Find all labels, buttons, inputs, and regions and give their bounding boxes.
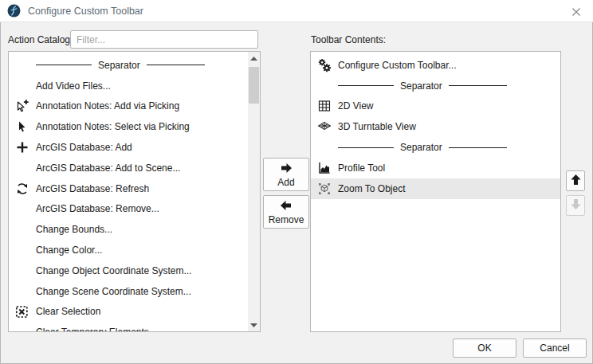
move-up-button[interactable]	[566, 170, 585, 191]
titlebar: Configure Custom Toolbar	[0, 0, 593, 22]
separator-line	[449, 85, 507, 86]
down-arrow-icon	[570, 198, 582, 213]
separator-item[interactable]: Separator	[311, 137, 560, 158]
configure-custom-toolbar-dialog: Configure Custom Toolbar Action Catalog:…	[0, 0, 593, 364]
action-label: Change Object Coordinate System...	[36, 265, 191, 276]
separator-item[interactable]: Separator	[9, 55, 248, 76]
separator-line	[449, 147, 507, 148]
remove-arrow-icon	[280, 200, 293, 213]
icon-spacer	[15, 222, 36, 237]
action-item[interactable]: 3D Turntable View	[311, 116, 560, 137]
action-label: Add Video Files...	[36, 80, 111, 92]
separator-line	[36, 65, 92, 65]
icon-spacer	[15, 161, 36, 175]
action-label: ArcGIS Database: Refresh	[36, 183, 149, 194]
action-item[interactable]: Change Scene Coordinate System...	[9, 281, 248, 302]
action-item[interactable]: Add Video Files...	[9, 76, 248, 96]
action-item[interactable]: Change Bounds...	[9, 219, 248, 240]
action-item[interactable]: 2D View	[311, 96, 560, 117]
cancel-button-label: Cancel	[540, 342, 569, 354]
ok-button-label: OK	[477, 342, 491, 354]
cursor-plus-icon	[15, 99, 36, 113]
icon-spacer	[15, 264, 36, 278]
up-arrow-icon	[570, 174, 582, 188]
action-catalog-label: Action Catalog:	[8, 34, 73, 45]
icon-spacer	[15, 284, 36, 299]
icon-spacer	[15, 79, 36, 93]
separator-label: Separator	[394, 80, 449, 92]
icon-spacer	[15, 202, 36, 216]
icon-spacer	[15, 325, 36, 332]
action-item[interactable]: Profile Tool	[311, 158, 560, 178]
action-item[interactable]: Annotation Notes: Select via Picking	[9, 116, 248, 137]
action-label: Change Scene Coordinate System...	[36, 286, 191, 297]
toolbar-contents-list: Configure Custom Toolbar...Separator2D V…	[310, 51, 561, 332]
action-catalog-list: SeparatorAdd Video Files...Annotation No…	[8, 51, 261, 332]
separator-label: Separator	[92, 60, 147, 71]
action-item[interactable]: Clear Temporary Elements	[9, 322, 248, 332]
turntable-3d-icon	[317, 119, 338, 134]
plus-icon	[15, 140, 36, 155]
filter-input[interactable]	[70, 30, 258, 49]
action-label: 2D View	[338, 100, 373, 112]
action-label: Annotation Notes: Add via Picking	[36, 100, 179, 112]
action-item[interactable]: Annotation Notes: Add via Picking	[9, 96, 248, 117]
add-button[interactable]: Add	[263, 158, 309, 191]
action-label: ArcGIS Database: Add to Scene...	[36, 162, 180, 174]
action-catalog-rows: SeparatorAdd Video Files...Annotation No…	[9, 55, 248, 332]
profile-icon	[317, 161, 338, 175]
action-label: Configure Custom Toolbar...	[338, 60, 457, 71]
separator-line	[338, 147, 394, 148]
action-label: Change Bounds...	[36, 224, 112, 235]
move-down-button[interactable]	[566, 195, 585, 216]
action-label: Zoom To Object	[338, 183, 405, 194]
toolbar-contents-label: Toolbar Contents:	[311, 34, 386, 45]
separator: Separator	[338, 80, 507, 92]
gears-icon	[317, 58, 338, 72]
window-title: Configure Custom Toolbar	[28, 6, 143, 17]
action-item[interactable]: Change Object Coordinate System...	[9, 260, 248, 281]
action-label: Annotation Notes: Select via Picking	[36, 121, 190, 132]
scrollbar-down-button[interactable]	[248, 319, 260, 331]
separator-label: Separator	[394, 142, 449, 153]
add-button-label: Add	[277, 177, 294, 188]
action-item[interactable]: ArcGIS Database: Add	[9, 137, 248, 158]
icon-spacer	[15, 243, 36, 257]
app-logo-icon	[7, 4, 21, 18]
zoom-object-icon	[317, 182, 338, 196]
action-label: Change Color...	[36, 245, 102, 256]
close-icon[interactable]	[571, 6, 581, 17]
action-label: 3D Turntable View	[338, 121, 416, 132]
action-item[interactable]: Configure Custom Toolbar...	[311, 55, 560, 76]
scrollbar-thumb[interactable]	[249, 67, 259, 104]
action-item[interactable]: ArcGIS Database: Add to Scene...	[9, 158, 248, 178]
cursor-icon	[15, 119, 36, 134]
remove-button[interactable]: Remove	[263, 195, 309, 229]
action-item[interactable]: Change Color...	[9, 240, 248, 260]
add-arrow-icon	[280, 162, 293, 176]
action-label: Profile Tool	[338, 162, 385, 174]
cancel-button[interactable]: Cancel	[523, 339, 587, 358]
separator-line	[338, 85, 394, 86]
separator-item[interactable]: Separator	[311, 76, 560, 96]
action-label: ArcGIS Database: Add	[36, 142, 132, 153]
separator: Separator	[338, 142, 507, 153]
action-label: ArcGIS Database: Remove...	[36, 203, 159, 214]
refresh-icon	[15, 182, 36, 196]
toolbar-contents-rows: Configure Custom Toolbar...Separator2D V…	[311, 55, 560, 199]
action-label: Clear Temporary Elements	[36, 327, 149, 332]
scrollbar[interactable]	[248, 52, 260, 331]
dashed-x-icon	[15, 304, 36, 319]
grid-2d-icon	[317, 99, 338, 113]
ok-button[interactable]: OK	[453, 339, 516, 358]
separator-line	[147, 65, 205, 65]
separator: Separator	[36, 60, 205, 71]
action-label: Clear Selection	[36, 306, 100, 317]
scrollbar-up-button[interactable]	[248, 52, 260, 65]
remove-button-label: Remove	[269, 214, 304, 225]
action-item[interactable]: ArcGIS Database: Remove...	[9, 199, 248, 220]
action-item[interactable]: ArcGIS Database: Refresh	[9, 178, 248, 199]
action-item[interactable]: Zoom To Object	[311, 178, 560, 199]
action-item[interactable]: Clear Selection	[9, 302, 248, 323]
